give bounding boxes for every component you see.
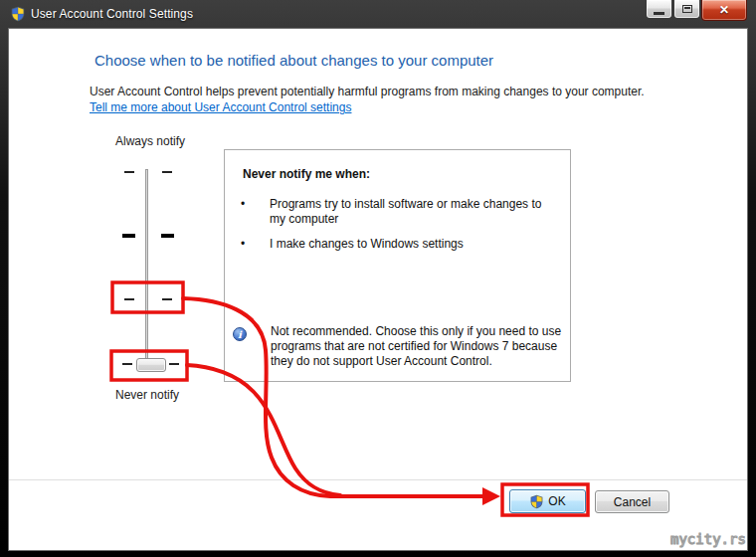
maximize-icon <box>682 5 692 13</box>
slider-tick <box>161 234 174 238</box>
minimize-button[interactable] <box>646 0 672 19</box>
uac-settings-window: User Account Control Settings ✕ Choose w… <box>0 0 756 557</box>
slider-tick <box>122 234 135 238</box>
close-button[interactable]: ✕ <box>701 0 747 21</box>
minimize-icon <box>654 12 664 15</box>
slider-label-always-notify: Always notify <box>115 134 185 148</box>
slider-tick <box>124 171 134 173</box>
slider-tick <box>124 298 134 300</box>
uac-slider-track[interactable] <box>145 169 148 371</box>
ok-button[interactable]: OK <box>509 489 586 513</box>
slider-tick <box>122 363 132 365</box>
watermark: mycity.rs <box>670 531 746 547</box>
cancel-button[interactable]: Cancel <box>595 490 669 513</box>
not-recommended-note: Not recommended. Choose this only if you… <box>271 324 567 369</box>
close-icon: ✕ <box>719 3 729 17</box>
info-bullet-1: Programs try to install software or make… <box>270 197 560 227</box>
slider-tick <box>162 298 172 300</box>
slider-tick <box>169 363 179 365</box>
notify-info-box: Never notify me when: • Programs try to … <box>224 149 571 382</box>
maximize-button[interactable] <box>673 0 700 19</box>
info-icon: i <box>233 327 247 341</box>
ok-button-label: OK <box>548 494 565 508</box>
bullet-icon: • <box>241 237 245 251</box>
tell-me-more-link[interactable]: Tell me more about User Account Control … <box>90 100 351 114</box>
slider-label-never-notify: Never notify <box>115 388 179 402</box>
window-title: User Account Control Settings <box>31 7 193 21</box>
bullet-icon: • <box>241 197 245 211</box>
uac-slider-thumb[interactable] <box>136 358 166 372</box>
page-description: User Account Control helps prevent poten… <box>90 85 645 98</box>
info-bullet-2: I make changes to Windows settings <box>270 237 560 252</box>
cancel-button-label: Cancel <box>614 495 651 509</box>
slider-tick <box>162 171 172 173</box>
dialog-client-area: Choose when to be notified about changes… <box>8 28 748 551</box>
uac-shield-icon <box>10 6 26 22</box>
titlebar: User Account Control Settings ✕ <box>0 0 756 28</box>
page-title: Choose when to be notified about changes… <box>94 52 493 69</box>
footer-separator <box>9 479 747 480</box>
info-box-title: Never notify me when: <box>243 167 370 181</box>
uac-shield-icon <box>529 494 544 509</box>
